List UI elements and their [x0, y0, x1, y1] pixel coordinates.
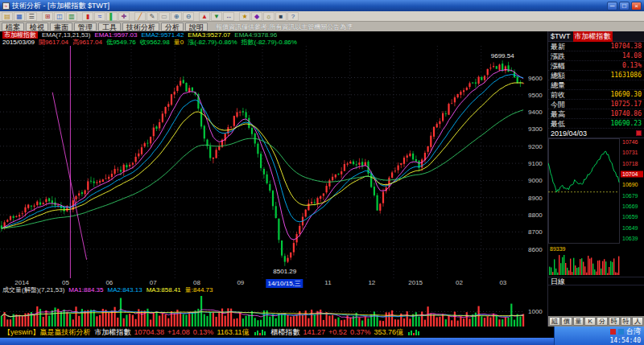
- quote-row-2: 漲幅0.13%: [548, 61, 644, 71]
- menu-item-0[interactable]: 檔案: [2, 23, 24, 31]
- status-pct-1: 0.37%: [350, 328, 371, 336]
- mini-bars-icon: [408, 330, 419, 335]
- volume-chart[interactable]: 1000: [0, 294, 547, 327]
- volume-ma-0: MA1:884.35: [68, 286, 103, 294]
- candlestick-chart[interactable]: 9600950094009300920091009000890088008700…: [0, 46, 547, 278]
- title-bar: ≈ 技術分析 - [市加權指數 $TWT] ─ □ ×: [0, 0, 644, 11]
- square-icon[interactable]: ■: [275, 12, 287, 21]
- save-icon[interactable]: ▦: [14, 12, 25, 21]
- panel-tab-3[interactable]: K線: [584, 317, 596, 326]
- quote-name: 市加權指數: [573, 31, 613, 42]
- ohlc-field-4: 收9562.98: [140, 39, 170, 46]
- menu-item-2[interactable]: 畫面: [50, 23, 72, 31]
- menu-item-3[interactable]: 管理: [74, 23, 97, 31]
- layout-grid-icon[interactable]: ⊞: [42, 12, 53, 21]
- bottom-bar: 【yeswin】贏是贏技術分析 市加權指數10704.38+14.080.13%…: [0, 327, 644, 345]
- star-icon[interactable]: ★: [239, 12, 250, 21]
- symbol-chip: 市加權指數: [2, 31, 38, 39]
- close-button[interactable]: ×: [631, 2, 642, 10]
- date-label-8: 12: [368, 279, 375, 286]
- status-amount-1: 353.76億: [374, 327, 403, 338]
- quote-value-7: 10740.86: [610, 109, 642, 119]
- svg-text:9200: 9200: [528, 143, 543, 150]
- quote-value-5: 10690.30: [610, 90, 642, 100]
- eraser-icon[interactable]: ▭: [159, 12, 170, 21]
- quote-panel-header: $TWT 市加權指數: [548, 31, 644, 42]
- date-label-7: 11: [324, 279, 331, 286]
- ema-value-1: EMA1:9597.03: [94, 31, 137, 39]
- status-name-1: 櫃檯指數: [271, 327, 300, 338]
- kline-chart-icon[interactable]: ▮: [82, 12, 93, 21]
- left-right-icon[interactable]: ↔: [223, 12, 234, 21]
- svg-text:8600: 8600: [528, 246, 543, 253]
- svg-text:10669: 10669: [622, 203, 638, 209]
- status-name-0: 市加權指數: [95, 327, 131, 338]
- zoom-out-icon[interactable]: ⊖: [183, 12, 194, 21]
- date-label-5: 09: [237, 279, 244, 286]
- window-title: 技術分析 - [市加權指數 $TWT]: [12, 1, 109, 11]
- volume-ma-3: 量:844.73: [185, 286, 213, 294]
- layout-2x2-icon[interactable]: ◫: [54, 12, 65, 21]
- menu-item-7[interactable]: 說明: [185, 23, 208, 31]
- svg-text:10679: 10679: [622, 193, 638, 199]
- zoom-in-icon[interactable]: ⊕: [171, 12, 182, 21]
- print-icon[interactable]: ☰: [26, 12, 37, 21]
- ohlc-field-1: 開9617.04: [39, 39, 68, 46]
- volume-title: 成交量(解盤)(7,21,53): [2, 286, 64, 294]
- date-label-1: 05: [62, 279, 69, 286]
- diamond-icon[interactable]: ◆: [251, 12, 262, 21]
- quote-panel: $TWT 市加權指數 最新10704.38漲跌14.08漲幅0.13%總額116…: [547, 31, 644, 327]
- quote-row-6: 今開10725.17: [548, 100, 644, 109]
- intraday-mini-chart[interactable]: 1074610731107181070410690106791066910659…: [548, 138, 644, 277]
- tray-icon-red[interactable]: [610, 329, 616, 335]
- panel-tab-buttons: 組價量K線分時特人: [548, 316, 644, 327]
- date-label-3: 07: [150, 279, 157, 286]
- ohlc-field-0: 2015/03/09: [2, 39, 35, 46]
- quote-value-0: 10704.38: [610, 42, 642, 51]
- bar-chart-icon[interactable]: ▌: [106, 12, 118, 21]
- panel-tab-7[interactable]: 人: [632, 317, 643, 326]
- menu-item-4[interactable]: 工具: [98, 23, 121, 31]
- period-selector[interactable]: 日線: [548, 277, 644, 285]
- layout-rows-icon[interactable]: ▥: [66, 12, 77, 21]
- menu-item-5[interactable]: 技術分析: [122, 23, 159, 31]
- help-icon[interactable]: ?: [287, 12, 299, 21]
- pencil-icon[interactable]: ✎: [147, 12, 158, 21]
- menu-item-1[interactable]: 檢視: [26, 23, 48, 31]
- market-status-icon: [636, 130, 642, 136]
- status-price-0: 10704.38: [134, 328, 165, 336]
- down-arrow-icon[interactable]: ▼: [211, 12, 222, 21]
- panel-tab-1[interactable]: 價: [561, 317, 572, 326]
- quote-value-1: 14.08: [622, 51, 642, 61]
- svg-text:10639: 10639: [622, 236, 638, 241]
- panel-tab-2[interactable]: 量: [573, 317, 584, 326]
- panel-tab-6[interactable]: 特: [621, 317, 632, 326]
- taskbar[interactable]: [0, 338, 554, 345]
- ohlc-field-5: 量0: [174, 39, 184, 46]
- file-open-icon[interactable]: ▤: [2, 12, 13, 21]
- minimize-button[interactable]: ─: [607, 2, 617, 10]
- quote-label-0: 最新: [551, 42, 565, 51]
- menu-item-6[interactable]: 分析: [161, 23, 184, 31]
- settings-icon[interactable]: ☼: [263, 12, 275, 21]
- status-amount-0: 1163.11億: [217, 327, 249, 338]
- panel-tab-4[interactable]: 分: [597, 317, 608, 326]
- svg-text:9300: 9300: [528, 125, 543, 133]
- panel-tab-5[interactable]: 時: [609, 317, 620, 326]
- svg-text:89339: 89339: [550, 246, 566, 252]
- svg-text:10746: 10746: [622, 139, 638, 145]
- quote-label-5: 前收: [551, 90, 565, 100]
- line-chart-icon[interactable]: ≈: [94, 12, 105, 21]
- quote-row-0: 最新10704.38: [548, 42, 644, 51]
- svg-text:10659: 10659: [622, 214, 638, 220]
- up-arrow-icon[interactable]: ▲: [199, 12, 210, 21]
- trendline-icon[interactable]: ╱: [134, 12, 146, 21]
- svg-text:9000: 9000: [528, 177, 543, 184]
- panel-tab-0[interactable]: 組: [549, 317, 560, 326]
- tray-icon-blue[interactable]: [618, 329, 624, 335]
- svg-text:10690: 10690: [622, 182, 638, 187]
- crosshair-icon[interactable]: ✚: [118, 12, 130, 21]
- ohlc-field-7: 指數(-82.79)-0.86%: [242, 39, 297, 46]
- quote-row-1: 漲跌14.08: [548, 51, 644, 61]
- maximize-button[interactable]: □: [619, 2, 630, 10]
